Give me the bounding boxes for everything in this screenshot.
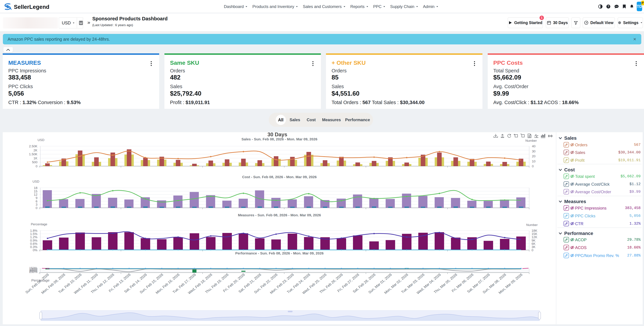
svg-text:1.8%: 1.8%	[30, 229, 38, 232]
svg-text:6: 6	[36, 200, 38, 203]
svg-text:Performance - Sun. Feb 08, 202: Performance - Sun. Feb 08, 2026 - Mon. M…	[235, 251, 324, 255]
svg-text:15: 15	[34, 190, 38, 193]
svg-text:30 Days: 30 Days	[268, 132, 287, 138]
svg-text:10: 10	[532, 160, 536, 163]
svg-text:0: 0	[532, 164, 534, 168]
svg-text:250%: 250%	[29, 270, 38, 274]
svg-text:0%: 0%	[33, 248, 38, 252]
svg-text:20: 20	[532, 154, 536, 158]
svg-text:0.9%: 0.9%	[30, 239, 38, 242]
svg-text:12: 12	[34, 193, 38, 196]
svg-text:USD: USD	[38, 138, 44, 142]
svg-text:0.3%: 0.3%	[30, 245, 38, 249]
svg-text:3: 3	[36, 203, 38, 206]
svg-text:2.50K: 2.50K	[29, 144, 38, 148]
svg-text:Percentage: Percentage	[31, 278, 50, 282]
svg-text:3K: 3K	[532, 245, 536, 249]
svg-text:?: ?	[608, 5, 609, 8]
svg-text:2K: 2K	[34, 149, 38, 152]
svg-text:9: 9	[36, 196, 38, 200]
svg-text:Number: Number	[526, 223, 538, 227]
svg-text:1.5%: 1.5%	[30, 232, 38, 236]
svg-text:0.6%: 0.6%	[30, 242, 38, 245]
svg-text:40: 40	[532, 144, 536, 148]
svg-text:Cost - Sun. Feb 08, 2026 - Mon: Cost - Sun. Feb 08, 2026 - Mon. Mar 09, …	[242, 175, 317, 179]
svg-text:0: 0	[36, 206, 38, 210]
svg-text:12K: 12K	[532, 235, 537, 239]
svg-text:18: 18	[34, 186, 38, 190]
svg-text:USD: USD	[32, 180, 39, 183]
svg-text:1.50K: 1.50K	[29, 152, 38, 156]
svg-text:Measures - Sun. Feb 08, 2026 -: Measures - Sun. Feb 08, 2026 - Mon. Mar …	[238, 213, 321, 217]
svg-text:Number: Number	[525, 139, 537, 142]
svg-text:15K: 15K	[532, 232, 537, 236]
svg-text:500: 500	[32, 160, 38, 164]
svg-text:1K: 1K	[34, 156, 38, 160]
svg-text:0: 0	[532, 248, 534, 252]
svg-text:Percentage: Percentage	[31, 222, 47, 226]
svg-text:Sales - Sun. Feb 08, 2026 - Mo: Sales - Sun. Feb 08, 2026 - Mon. Mar 09,…	[242, 137, 317, 141]
svg-text:30: 30	[532, 150, 536, 153]
svg-text:1.2%: 1.2%	[30, 235, 38, 239]
svg-text:18K: 18K	[532, 229, 537, 232]
svg-text:6K: 6K	[532, 242, 536, 245]
svg-text:9K: 9K	[532, 239, 536, 242]
svg-text:0: 0	[36, 164, 38, 168]
